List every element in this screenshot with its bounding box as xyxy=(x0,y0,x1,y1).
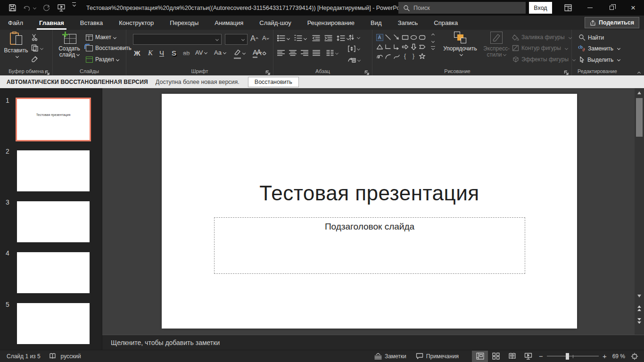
shapes-scroll-down-icon[interactable] xyxy=(431,40,435,43)
reading-view-button[interactable] xyxy=(504,351,520,362)
subtitle-text[interactable]: Подзаголовок слайда xyxy=(215,222,525,232)
character-spacing-button[interactable]: AV xyxy=(195,49,207,56)
shape-effects-button[interactable]: Эффекты фигуры xyxy=(512,56,575,63)
scroll-up-icon[interactable] xyxy=(635,89,644,97)
convert-smartart-button[interactable] xyxy=(348,57,360,63)
layout-button[interactable]: Макет xyxy=(86,34,116,41)
shapes-scroll-up-icon[interactable] xyxy=(431,33,435,37)
zoom-out-icon[interactable]: − xyxy=(539,352,543,360)
paste-button[interactable]: Вставить xyxy=(4,32,28,58)
redo-icon[interactable] xyxy=(42,2,50,14)
font-size-combo[interactable] xyxy=(225,34,248,45)
slide-editor[interactable]: Тестовая презентация Подзаголовок слайда xyxy=(162,94,577,329)
comments-toggle[interactable]: Примечания xyxy=(411,350,463,362)
share-button[interactable]: Поделиться xyxy=(585,17,639,28)
language-selector[interactable]: русский xyxy=(61,353,81,360)
section-button[interactable]: Раздел xyxy=(86,56,119,63)
tab-help[interactable]: Справка xyxy=(426,16,466,30)
tab-file[interactable]: Файл xyxy=(0,16,31,30)
zoom-slider[interactable] xyxy=(547,353,599,360)
normal-view-button[interactable] xyxy=(472,351,488,362)
shape-curve-icon[interactable] xyxy=(392,51,401,61)
subtitle-placeholder[interactable]: Подзаголовок слайда xyxy=(214,217,525,274)
tab-home[interactable]: Главная xyxy=(31,16,72,30)
highlight-color-button[interactable] xyxy=(234,49,245,57)
previous-slide-icon[interactable] xyxy=(635,304,644,313)
align-center-icon[interactable] xyxy=(289,50,297,56)
arrange-button[interactable]: Упорядочить xyxy=(442,32,478,56)
shape-scribble-icon[interactable] xyxy=(375,51,384,61)
slide-thumbnail-3[interactable] xyxy=(17,201,90,242)
bullets-button[interactable] xyxy=(277,35,289,41)
grow-font-button[interactable]: А xyxy=(250,34,258,43)
restore-button[interactable] xyxy=(601,0,622,16)
shape-rounded-rectangle-icon[interactable] xyxy=(418,33,426,42)
justify-icon[interactable] xyxy=(313,50,320,56)
shape-line-icon[interactable] xyxy=(384,33,392,42)
tab-view[interactable]: Вид xyxy=(363,16,390,30)
select-button[interactable]: Выделить xyxy=(578,56,620,63)
new-slide-button[interactable]: Создать слайд xyxy=(56,32,83,58)
strikethrough-button[interactable]: ab xyxy=(183,49,190,57)
align-text-button[interactable] xyxy=(348,45,360,52)
change-case-button[interactable]: Aa xyxy=(214,49,226,56)
vertical-scrollbar[interactable] xyxy=(635,88,644,335)
font-dialog-launcher-icon[interactable] xyxy=(265,69,271,74)
shape-right-brace-icon[interactable]: } xyxy=(409,51,418,61)
columns-button[interactable] xyxy=(326,50,338,56)
close-button[interactable]: × xyxy=(622,0,644,16)
format-painter-icon[interactable] xyxy=(31,56,39,63)
customize-qat-icon[interactable] xyxy=(72,2,76,14)
underline-button[interactable]: Ч xyxy=(159,49,164,57)
fit-slide-to-window-icon[interactable] xyxy=(628,351,641,362)
shrink-font-button[interactable]: А xyxy=(262,34,269,41)
increase-indent-icon[interactable] xyxy=(324,35,332,41)
paragraph-dialog-launcher-icon[interactable] xyxy=(364,69,370,74)
cut-icon[interactable] xyxy=(31,33,39,41)
bold-button[interactable]: Ж xyxy=(134,49,140,57)
shape-elbow-icon[interactable] xyxy=(384,42,392,51)
align-left-icon[interactable] xyxy=(277,50,285,56)
copy-icon[interactable] xyxy=(31,44,43,52)
slideshow-view-button[interactable] xyxy=(520,351,536,362)
slide-thumbnail-4[interactable] xyxy=(17,252,90,293)
start-slideshow-icon[interactable] xyxy=(57,2,66,14)
shape-outline-button[interactable]: Контур фигуры xyxy=(512,45,568,51)
reset-button[interactable]: Восстановить xyxy=(86,45,132,51)
shape-triangle-icon[interactable] xyxy=(375,42,384,51)
numbering-button[interactable] xyxy=(294,35,306,41)
search-box[interactable] xyxy=(398,2,526,14)
slide-thumbnail-2[interactable] xyxy=(17,150,90,191)
tab-review[interactable]: Рецензирование xyxy=(299,16,363,30)
font-name-combo[interactable] xyxy=(133,34,222,45)
shape-fill-button[interactable]: Заливка фигуры xyxy=(512,34,571,41)
slide-sorter-view-button[interactable] xyxy=(488,351,504,362)
quick-styles-button[interactable]: Экспресс- стили xyxy=(482,32,511,58)
shape-pentagon-icon[interactable] xyxy=(418,42,426,51)
slide-title[interactable]: Тестовая презентация xyxy=(162,181,577,205)
zoom-in-icon[interactable]: + xyxy=(603,352,607,360)
next-slide-icon[interactable] xyxy=(635,317,644,325)
align-right-icon[interactable] xyxy=(301,50,308,56)
shape-arrow-icon[interactable] xyxy=(392,33,401,42)
tab-slideshow[interactable]: Слайд-шоу xyxy=(251,16,299,30)
notes-pane[interactable]: Щелкните, чтобы добавить заметки xyxy=(102,335,644,350)
restore-version-button[interactable]: Восстановить xyxy=(248,77,299,87)
tab-animations[interactable]: Анимация xyxy=(206,16,251,30)
shape-arc-icon[interactable] xyxy=(384,51,392,61)
zoom-slider-thumb[interactable] xyxy=(566,353,569,360)
font-color-button[interactable]: А xyxy=(253,48,262,56)
shape-right-arrow-icon[interactable] xyxy=(401,42,409,51)
shape-rectangle-icon[interactable] xyxy=(401,33,409,42)
shape-oval-icon[interactable] xyxy=(409,33,418,42)
italic-button[interactable]: К xyxy=(148,49,153,57)
signin-button[interactable]: Вход xyxy=(529,2,552,14)
text-direction-button[interactable] xyxy=(348,34,360,41)
notes-toggle[interactable]: Заметки xyxy=(370,350,411,362)
shape-star-icon[interactable] xyxy=(418,51,426,61)
collapse-ribbon-icon[interactable] xyxy=(638,72,640,74)
save-icon[interactable] xyxy=(8,2,17,14)
shape-textbox-icon[interactable]: A xyxy=(376,34,383,41)
undo-icon[interactable] xyxy=(23,2,36,14)
spell-check-icon[interactable] xyxy=(49,353,56,360)
